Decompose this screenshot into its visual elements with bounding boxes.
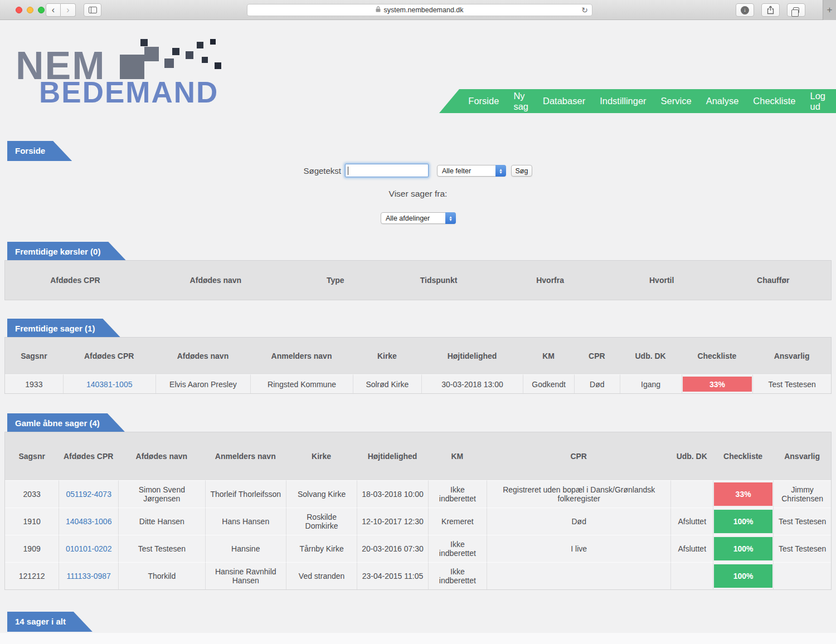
checkliste-progress-badge[interactable]: 33% (683, 377, 752, 392)
browser-toolbar: ‹ › system.nembedemand.dk ↻ ↓ + (0, 0, 836, 20)
cell-km: Ikke indberettet (428, 480, 487, 508)
forward-button[interactable]: › (61, 3, 76, 17)
cell-ansvarlig: Test Testesen (752, 374, 831, 393)
minimize-window-button[interactable] (27, 7, 33, 13)
cpr-link[interactable]: 051192-4073 (66, 490, 111, 499)
back-button[interactable]: ‹ (46, 3, 61, 17)
cpr-link[interactable]: 140381-1005 (86, 380, 133, 389)
share-button[interactable] (761, 3, 780, 17)
cell-sagsnr: 1933 (5, 374, 63, 393)
col-header: CPR (487, 432, 670, 480)
col-header: Afdødes CPR (5, 261, 145, 300)
table-row: 1909 010101-0202 Test Testesen Hansine T… (5, 535, 831, 562)
logo-pixel (202, 57, 208, 63)
col-header: Afdødes CPR (59, 432, 118, 480)
cell-afdodes-navn: Ditte Hansen (118, 508, 205, 535)
nav-item-forside[interactable]: Forside (468, 96, 499, 106)
page-bottom (0, 633, 836, 644)
zoom-window-button[interactable] (38, 7, 45, 13)
cell-udb-dk: Igang (620, 374, 682, 393)
logo-pixel (186, 51, 193, 59)
col-header: Afdødes navn (155, 338, 250, 374)
checkliste-progress-badge[interactable]: 33% (714, 482, 772, 506)
download-icon: ↓ (741, 6, 749, 14)
cell-cpr-status: Registreret uden bopæl i Dansk/Grønlands… (487, 480, 670, 508)
cell-sagsnr: 121212 (5, 562, 59, 589)
col-header: Type (286, 261, 385, 300)
table-row: 1910 140483-1006 Ditte Hansen Hans Hanse… (5, 508, 831, 535)
cell-afdodes-navn: Test Testesen (118, 535, 205, 562)
department-select[interactable]: Alle afdelinger ▲▼ (381, 212, 456, 224)
cell-kirke: Solrød Kirke (353, 374, 421, 393)
nav-item-checkliste[interactable]: Checkliste (753, 96, 795, 106)
sidebar-toggle-button[interactable] (84, 3, 101, 17)
cell-udb-dk (670, 562, 713, 589)
cell-hojtidelighed: 20-03-2016 07:30 (357, 535, 427, 562)
app-logo: NEM BEDEMAND (16, 39, 250, 120)
section-title-fremtidige: Fremtidige sager (1) (7, 319, 121, 339)
search-button[interactable]: Søg (511, 165, 532, 177)
cell-cpr-status: I live (487, 535, 670, 562)
col-header: Chauffør (715, 261, 831, 300)
nav-item-log-ud[interactable]: Log ud (810, 91, 825, 112)
checkliste-progress-badge[interactable]: 100% (714, 510, 772, 533)
new-tab-button[interactable]: + (823, 0, 836, 20)
nav-item-ny-sag[interactable]: Ny sag (513, 91, 528, 112)
close-window-button[interactable] (16, 7, 22, 13)
cell-hojtidelighed: 18-03-2018 10:00 (357, 480, 427, 508)
col-header: Ansvarlig (752, 338, 831, 374)
col-header: Kirke (353, 338, 421, 374)
tab-overview-button[interactable] (787, 3, 805, 17)
table-row: 2033 051192-4073 Simon Svend Jørgensen T… (5, 480, 831, 508)
logo-pixel (210, 39, 216, 45)
nav-item-indstillinger[interactable]: Indstillinger (600, 96, 646, 106)
cell-cpr-status: Død (487, 508, 670, 535)
cell-ansvarlig: Test Testesen (773, 508, 831, 535)
checkliste-progress-badge[interactable]: 100% (714, 564, 772, 588)
search-label: Søgetekst (303, 166, 341, 175)
cpr-link[interactable]: 140483-1006 (66, 517, 112, 526)
nav-item-analyse[interactable]: Analyse (706, 96, 739, 106)
cell-kirke: Solvang Kirke (286, 480, 357, 508)
table-row: 1933 140381-1005 Elvis Aaron Presley Rin… (5, 374, 831, 393)
cell-cpr-status (487, 562, 670, 589)
cell-ansvarlig: Test Testesen (773, 535, 831, 562)
share-icon (767, 6, 774, 14)
nav-item-service[interactable]: Service (661, 96, 692, 106)
checkliste-progress-badge[interactable]: 100% (714, 537, 772, 560)
select-stepper-icon: ▲▼ (445, 212, 456, 224)
search-field-select[interactable]: Alle felter ▲▼ (437, 165, 506, 177)
cell-hojtidelighed: 12-10-2017 12:30 (357, 508, 427, 535)
col-header: Afdødes navn (118, 432, 205, 480)
cell-anmelders-navn: Ringsted Kommune (250, 374, 353, 393)
cell-ansvarlig (773, 562, 831, 589)
cell-anmelders-navn: Hansine (205, 535, 286, 562)
gamle-sager-table: Sagsnr Afdødes CPR Afdødes navn Anmelder… (4, 432, 832, 590)
tabs-icon (793, 7, 799, 13)
reload-icon[interactable]: ↻ (581, 6, 588, 14)
logo-pixel (197, 42, 203, 48)
downloads-button[interactable]: ↓ (736, 3, 754, 17)
total-cases-banner: 14 sager i alt (7, 612, 93, 632)
url-text: system.nembedemand.dk (383, 6, 463, 14)
cell-km: Ikke indberettet (428, 562, 487, 589)
cell-afdodes-navn: Simon Svend Jørgensen (118, 480, 205, 508)
department-selected-value: Alle afdelinger (386, 214, 430, 222)
cell-afdodes-navn: Thorkild (118, 562, 205, 589)
nav-item-databaser[interactable]: Databaser (543, 96, 585, 106)
window-controls (16, 7, 45, 13)
section-title-gamle: Gamle åbne sager (4) (7, 413, 127, 433)
col-header: Kirke (286, 432, 357, 480)
address-bar[interactable]: system.nembedemand.dk ↻ (247, 4, 592, 16)
logo-text-bedemand: BEDEMAND (39, 75, 218, 109)
select-stepper-icon: ▲▼ (495, 165, 506, 177)
cell-udb-dk: Afsluttet (670, 508, 713, 535)
search-input[interactable] (345, 164, 429, 177)
col-header: KM (428, 432, 487, 480)
col-header: Anmelders navn (205, 432, 286, 480)
col-header: Hvortil (608, 261, 716, 300)
cpr-link[interactable]: 111133-0987 (66, 572, 110, 580)
table-header-row: Sagsnr Afdødes CPR Afdødes navn Anmelder… (5, 432, 831, 480)
cpr-link[interactable]: 010101-0202 (66, 544, 112, 553)
table-row: 121212 111133-0987 Thorkild Hansine Ravn… (5, 562, 831, 589)
